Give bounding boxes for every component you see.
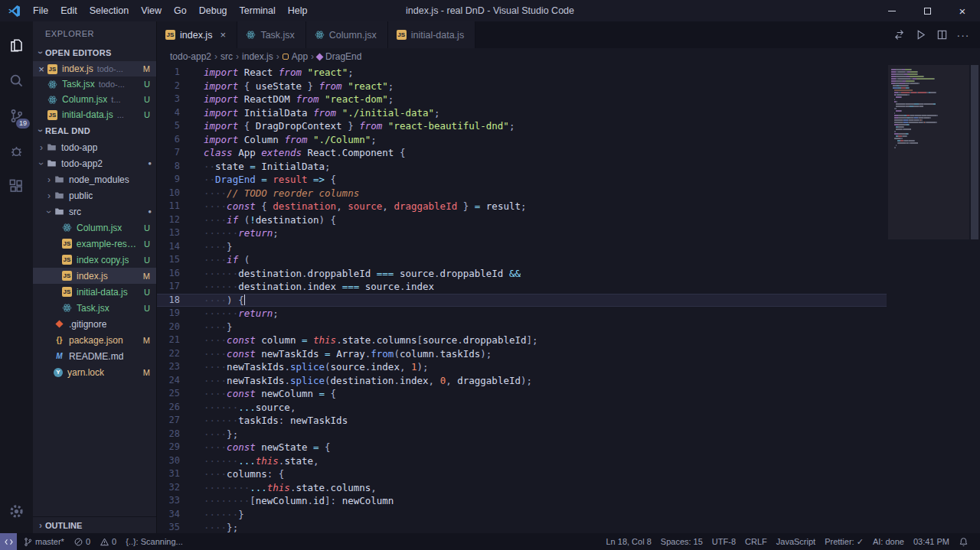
tree-item-task-jsx[interactable]: ›Task.jsxU: [33, 300, 156, 316]
menu-file[interactable]: File: [27, 0, 54, 21]
compare-changes-icon[interactable]: [888, 21, 910, 48]
line-number[interactable]: 1: [157, 66, 191, 80]
code-line[interactable]: 32········...this.state.columns,: [157, 481, 887, 495]
scrollbar-thumb[interactable]: [971, 65, 978, 239]
clock[interactable]: 03:41 PM: [909, 533, 954, 550]
git-branch[interactable]: master*: [18, 533, 69, 550]
close-window-button[interactable]: ×: [945, 0, 980, 21]
code-line[interactable]: 16······destination.droppableId === sour…: [157, 267, 887, 281]
code-editor[interactable]: 1import React from "react";2import { use…: [157, 65, 980, 533]
ai-status[interactable]: AI: done: [868, 533, 909, 550]
more-actions-button[interactable]: ···: [952, 21, 974, 48]
encoding[interactable]: UTF-8: [707, 533, 740, 550]
code-line[interactable]: 20····}: [157, 321, 887, 334]
error-count[interactable]: 0: [69, 533, 95, 550]
breadcrumb-item-index-js[interactable]: index.js: [242, 51, 273, 62]
source-control-icon[interactable]: 19: [0, 98, 33, 133]
line-number[interactable]: 32: [157, 481, 191, 495]
tree-item-todo-app2[interactable]: ›todo-app2●: [33, 155, 156, 171]
remote-indicator[interactable]: [0, 533, 17, 550]
close-tab-icon[interactable]: ×: [217, 29, 229, 41]
code-line[interactable]: 26······...source,: [157, 401, 887, 415]
line-number[interactable]: 31: [157, 467, 191, 481]
tab-column-jsx[interactable]: Column.jsx: [306, 21, 388, 48]
debug-icon[interactable]: [0, 133, 33, 168]
outline-header[interactable]: › OUTLINE: [33, 516, 156, 533]
menu-view[interactable]: View: [135, 0, 168, 21]
code-line[interactable]: 3import ReactDOM from "react-dom";: [157, 93, 887, 106]
code-line[interactable]: 23····newTaskIds.splice(source.index, 1)…: [157, 360, 887, 374]
code-line[interactable]: 15····if (: [157, 253, 887, 267]
notifications-bell[interactable]: [954, 533, 975, 550]
code-line[interactable]: 25····const newColumn = {: [157, 387, 887, 401]
project-root-header[interactable]: › REAL DND: [33, 122, 156, 139]
tree-item-public[interactable]: ›public: [33, 187, 156, 203]
line-number[interactable]: 3: [157, 93, 191, 106]
line-number[interactable]: 13: [157, 226, 191, 240]
tree-item-column-jsx[interactable]: ›Column.jsxU: [33, 220, 156, 236]
editor-scrollbar[interactable]: [969, 65, 980, 533]
minimap[interactable]: [888, 65, 969, 533]
indentation[interactable]: Spaces: 15: [656, 533, 707, 550]
code-line[interactable]: 2import { useState } from "react";: [157, 80, 887, 93]
code-line[interactable]: 19······return;: [157, 307, 887, 321]
line-number[interactable]: 14: [157, 240, 191, 254]
tree-item-src[interactable]: ›src●: [33, 203, 156, 220]
breadcrumb-item-app[interactable]: App: [283, 51, 308, 62]
code-line[interactable]: 22····const newTaskIds = Array.from(colu…: [157, 347, 887, 361]
tab-task-jsx[interactable]: Task.jsx: [237, 21, 305, 48]
line-number[interactable]: 35: [157, 521, 191, 533]
tree-item-index-copy-js[interactable]: ›JSindex copy.jsU: [33, 252, 156, 268]
code-line[interactable]: 14····}: [157, 240, 887, 254]
open-editor-index-js[interactable]: ×JSindex.jstodo-...M: [33, 61, 156, 76]
code-line[interactable]: 24····newTaskIds.splice(destination.inde…: [157, 374, 887, 388]
language-mode[interactable]: JavaScript: [772, 533, 820, 550]
menu-terminal[interactable]: Terminal: [234, 0, 282, 21]
line-number[interactable]: 19: [157, 307, 191, 321]
code-line[interactable]: 35····};: [157, 521, 887, 533]
line-number[interactable]: 12: [157, 213, 191, 227]
open-editor-initial-data-js[interactable]: JSinitial-data.js...U: [33, 107, 156, 122]
menu-go[interactable]: Go: [168, 0, 193, 21]
code-line[interactable]: 1import React from "react";: [157, 66, 887, 80]
code-line[interactable]: 6import Column from "./Column";: [157, 133, 887, 147]
explorer-icon[interactable]: [0, 28, 33, 63]
open-editors-header[interactable]: › OPEN EDITORS: [33, 44, 156, 61]
line-number[interactable]: 2: [157, 80, 191, 93]
close-editor-icon[interactable]: ×: [36, 63, 47, 75]
line-number[interactable]: 11: [157, 200, 191, 213]
scanning-status[interactable]: {..}: Scanning...: [121, 533, 188, 550]
tree-item-node-modules[interactable]: ›node_modules: [33, 171, 156, 187]
tree-item-readme-md[interactable]: ›MREADME.md: [33, 348, 156, 364]
maximize-button[interactable]: [910, 0, 945, 21]
code-line[interactable]: 8··state = InitialData;: [157, 160, 887, 174]
line-number[interactable]: 17: [157, 280, 191, 294]
code-line[interactable]: 29····const newState = {: [157, 441, 887, 454]
code-line[interactable]: 21····const column = this.state.columns[…: [157, 334, 887, 347]
run-file-button[interactable]: [910, 21, 931, 48]
line-number[interactable]: 8: [157, 160, 191, 174]
code-line[interactable]: 5import { DragDropContext } from "react-…: [157, 119, 887, 133]
menu-help[interactable]: Help: [282, 0, 314, 21]
line-number[interactable]: 23: [157, 360, 191, 374]
code-line[interactable]: 31····columns: {: [157, 467, 887, 481]
settings-gear-icon[interactable]: [0, 493, 33, 529]
menu-edit[interactable]: Edit: [54, 0, 83, 21]
menu-debug[interactable]: Debug: [193, 0, 234, 21]
line-number[interactable]: 21: [157, 334, 191, 347]
code-line[interactable]: 12····if (!destination) {: [157, 213, 887, 227]
tab-initial-data-js[interactable]: JSinitial-data.js: [388, 21, 475, 48]
cursor-position[interactable]: Ln 18, Col 8: [601, 533, 655, 550]
code-line[interactable]: 7class App extends React.Component {: [157, 146, 887, 160]
line-number[interactable]: 15: [157, 253, 191, 267]
breadcrumb-item-todo-app2[interactable]: todo-app2: [170, 51, 211, 62]
code-line[interactable]: 13······return;: [157, 226, 887, 240]
line-number[interactable]: 30: [157, 454, 191, 468]
split-editor-button[interactable]: [931, 21, 952, 48]
code-line[interactable]: 34······}: [157, 508, 887, 522]
code-line[interactable]: 9··DragEnd = result => {: [157, 173, 887, 187]
tree-item-gitignore[interactable]: ›.gitignore: [33, 316, 156, 332]
line-number[interactable]: 16: [157, 267, 191, 281]
code-line[interactable]: 27······taskIds: newTaskIds: [157, 414, 887, 428]
line-number[interactable]: 6: [157, 133, 191, 147]
